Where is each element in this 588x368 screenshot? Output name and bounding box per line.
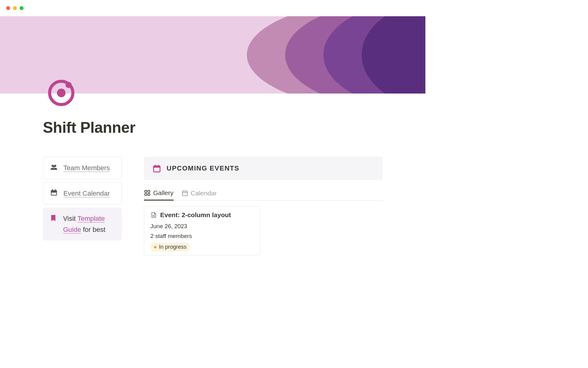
svg-rect-10	[51, 193, 56, 195]
people-icon	[50, 163, 58, 171]
page-icon	[150, 212, 157, 218]
card-date: June 26, 2023	[150, 223, 254, 230]
page-icon[interactable]	[48, 79, 75, 106]
svg-rect-16	[148, 190, 150, 192]
bookmark-icon	[50, 214, 58, 222]
main-content: UPCOMING EVENTS Gallery	[144, 157, 383, 255]
page-title[interactable]: Shift Planner	[43, 119, 383, 136]
svg-rect-14	[158, 165, 159, 167]
nav-event-calendar-label: Event Calendar	[63, 188, 110, 199]
svg-point-2	[66, 82, 72, 88]
maximize-window-icon[interactable]	[20, 6, 24, 10]
svg-rect-19	[182, 191, 187, 196]
close-window-icon[interactable]	[6, 6, 10, 10]
nav-team-members-label: Team Members	[63, 163, 110, 173]
svg-rect-18	[148, 194, 150, 195]
svg-rect-15	[145, 190, 147, 192]
svg-rect-7	[51, 190, 57, 192]
sidebar: Team Members Event Calendar	[43, 157, 122, 255]
callout-text: Visit Template Guide for best	[63, 213, 115, 235]
svg-rect-8	[52, 189, 53, 191]
template-guide-callout: Visit Template Guide for best	[43, 208, 122, 240]
nav-team-members[interactable]: Team Members	[43, 157, 122, 179]
upcoming-events-header: UPCOMING EVENTS	[144, 157, 383, 180]
svg-rect-17	[145, 194, 147, 195]
section-title: UPCOMING EVENTS	[167, 164, 239, 172]
callout-prefix: Visit	[63, 215, 77, 222]
status-label: In progress	[159, 244, 187, 250]
svg-rect-12	[154, 166, 160, 168]
status-dot-icon	[154, 246, 156, 248]
svg-rect-9	[55, 189, 56, 191]
status-badge: In progress	[150, 243, 190, 251]
tab-calendar[interactable]: Calendar	[182, 189, 217, 200]
svg-point-5	[53, 165, 55, 167]
tab-gallery[interactable]: Gallery	[144, 189, 174, 201]
calendar-icon	[182, 190, 188, 197]
callout-suffix: for best	[81, 226, 105, 233]
calendar-icon	[153, 164, 161, 173]
tab-gallery-label: Gallery	[153, 189, 174, 197]
nav-event-calendar[interactable]: Event Calendar	[43, 182, 122, 205]
gallery-icon	[144, 190, 151, 196]
window-titlebar	[0, 0, 425, 16]
card-staff-count: 2 staff members	[150, 233, 254, 240]
card-title: Event: 2-column layout	[160, 211, 231, 219]
view-tabs: Gallery Calendar	[144, 189, 383, 201]
minimize-window-icon[interactable]	[13, 6, 17, 10]
event-card[interactable]: Event: 2-column layout June 26, 2023 2 s…	[144, 206, 260, 255]
calendar-icon	[50, 189, 58, 197]
svg-point-1	[57, 89, 66, 97]
tab-calendar-label: Calendar	[191, 190, 217, 197]
svg-rect-13	[155, 165, 156, 167]
